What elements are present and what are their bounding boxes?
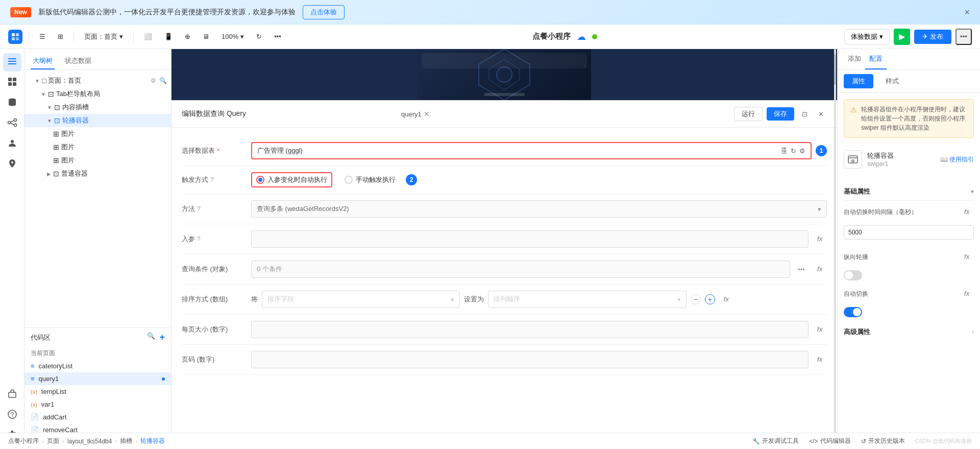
sidebar-outline-button[interactable]: [3, 53, 21, 72]
minimize-query-button[interactable]: ⊡: [798, 108, 811, 120]
params-fx-button[interactable]: fx: [813, 232, 827, 246]
history-button[interactable]: ↺ 开发历史版本: [861, 437, 905, 445]
tab-outline[interactable]: 大纲树: [31, 53, 55, 69]
sidebar-package-button[interactable]: [3, 386, 21, 404]
params-input-field[interactable]: [251, 230, 808, 248]
vertical-toggle[interactable]: [844, 270, 862, 280]
search-tree-icon[interactable]: 🔍: [159, 77, 167, 84]
qr-code-button[interactable]: ⊕: [181, 31, 194, 42]
params-help-icon[interactable]: ?: [197, 235, 201, 243]
tree-item-image1[interactable]: ⊞ 图片: [24, 127, 171, 140]
breadcrumb-swiper[interactable]: 轮播容器: [140, 437, 165, 445]
refresh-button[interactable]: ↻: [252, 31, 266, 42]
pagenum-input[interactable]: [251, 351, 808, 368]
tab-config[interactable]: 配置: [865, 49, 887, 69]
tab-state-data[interactable]: 状态数据: [63, 53, 93, 69]
conditions-fx-button[interactable]: fx: [813, 262, 827, 276]
code-item-tempList[interactable]: (x) tempList: [24, 385, 171, 398]
query-name-close-icon[interactable]: ✕: [424, 110, 430, 118]
conditions-more-button[interactable]: •••: [794, 262, 808, 276]
pagesize-input[interactable]: [251, 321, 808, 338]
prop-value-area-autoswitch: fx: [960, 287, 974, 301]
warning-box: ⚠ 轮播容器组件在小程序侧使用时，建议给组件设置一个高度，否则按照小程序 swi…: [844, 99, 974, 138]
autoswitch-fx-button[interactable]: fx: [960, 287, 974, 301]
panel-toggle-button[interactable]: ⊞: [54, 31, 67, 42]
conditions-field[interactable]: 0 个条件: [251, 261, 790, 278]
tree-item-slot[interactable]: ▼ ⊡ 内容插槽: [24, 101, 171, 114]
trigger-option-manual[interactable]: 手动触发执行: [345, 175, 396, 184]
subtab-props[interactable]: 属性: [844, 74, 873, 88]
method-select-field[interactable]: 查询多条 (wedaGetRecordsV2) ▾: [251, 200, 827, 218]
tree-item-image3[interactable]: ⊞ 图片: [24, 154, 171, 167]
tree-toggle-icon[interactable]: ▼: [47, 118, 52, 124]
code-item-catetoryList[interactable]: ≡ catetoryList: [24, 360, 171, 372]
tree-item-image2[interactable]: ⊞ 图片: [24, 140, 171, 154]
pagesize-fx-button[interactable]: fx: [813, 322, 827, 337]
method-help-icon[interactable]: ?: [197, 205, 201, 212]
tree-toggle-icon[interactable]: ▶: [47, 171, 51, 177]
interval-fx-button[interactable]: fx: [960, 205, 974, 219]
settings-field-icon[interactable]: ⚙: [799, 147, 805, 155]
pagenum-fx-button[interactable]: fx: [813, 352, 827, 367]
advanced-section-header[interactable]: 高级属性 ›: [844, 323, 974, 341]
code-item-var1[interactable]: (x) var1: [24, 398, 171, 411]
sidebar-users-button[interactable]: [3, 135, 21, 153]
code-item-addCart[interactable]: 📄 addCart: [24, 411, 171, 423]
trigger-option-auto[interactable]: 入参变化时自动执行: [256, 175, 327, 184]
subtab-style[interactable]: 样式: [877, 74, 907, 88]
breadcrumb-app[interactable]: 点餐小程序: [8, 437, 39, 445]
tree-item-tab-nav[interactable]: ▼ ⊡ Tab栏导航布局: [24, 87, 171, 101]
tree-toggle-icon[interactable]: ▼: [47, 105, 52, 110]
section-collapse-icon[interactable]: ▾: [971, 188, 974, 195]
mobile-preview-button[interactable]: 📱: [160, 31, 177, 42]
announcement-cta-button[interactable]: 点击体验: [303, 5, 345, 19]
preview-data-button[interactable]: 体验数据 ▾: [844, 29, 890, 44]
trigger-help-icon[interactable]: ?: [210, 176, 214, 183]
tree-item-swiper[interactable]: ▼ ⊡ 轮播容器: [24, 114, 171, 127]
outline-toggle-button[interactable]: ☰: [35, 31, 50, 42]
sort-remove-button[interactable]: −: [691, 294, 701, 304]
add-code-button[interactable]: +: [159, 332, 165, 343]
run-button[interactable]: ▶: [894, 29, 910, 45]
autoswitch-toggle[interactable]: [844, 307, 862, 317]
sidebar-help-button[interactable]: ?: [3, 406, 21, 424]
publish-button[interactable]: ✈ 发布: [914, 30, 951, 44]
toolbar-more-button[interactable]: •••: [955, 29, 972, 45]
debug-tool-button[interactable]: 🔧 开发调试工具: [752, 437, 799, 445]
run-query-button[interactable]: 运行: [734, 107, 763, 121]
announcement-close-button[interactable]: ×: [964, 7, 970, 17]
settings-tree-icon[interactable]: ⚙: [151, 77, 156, 84]
breadcrumb-layout[interactable]: layout_tks54db4: [67, 438, 112, 445]
tree-toggle-icon[interactable]: ▼: [35, 78, 40, 84]
tab-add[interactable]: 添加: [844, 49, 865, 69]
refresh-field-icon[interactable]: ↻: [791, 147, 796, 155]
save-page-button[interactable]: ⬜: [140, 31, 156, 42]
component-docs-link[interactable]: 📖 使用指引: [940, 155, 974, 164]
close-query-button[interactable]: ✕: [815, 108, 827, 120]
sort-order-select[interactable]: 排列顺序 ▾: [488, 291, 686, 308]
code-editor-button[interactable]: </> 代码编辑器: [809, 437, 850, 445]
desktop-preview-button[interactable]: 🖥: [199, 31, 213, 42]
sidebar-components-button[interactable]: [3, 74, 21, 92]
breadcrumb-page[interactable]: 页面: [47, 437, 59, 445]
sidebar-data-button[interactable]: [3, 94, 21, 112]
sort-fx-button[interactable]: fx: [719, 292, 733, 306]
search-code-button[interactable]: 🔍: [147, 332, 155, 343]
tree-item-page[interactable]: ▼ □ 页面：首页 ⚙ 🔍: [24, 74, 171, 87]
interval-input[interactable]: 5000: [844, 225, 974, 240]
zoom-selector[interactable]: 100% ▾: [217, 31, 248, 42]
tree-toggle-icon[interactable]: ▼: [41, 91, 46, 97]
page-selector[interactable]: 页面：首页 ▾: [80, 30, 127, 43]
table-select-field[interactable]: 广告管理 (gggl) 🗄 ↻ ⚙: [251, 142, 812, 159]
sort-add-button[interactable]: +: [705, 294, 715, 304]
tree-item-container[interactable]: ▶ ⊡ 普通容器: [24, 167, 171, 180]
breadcrumb-slot[interactable]: 插槽: [120, 437, 132, 445]
code-item-query1[interactable]: ≡ query1: [24, 372, 171, 385]
save-query-button[interactable]: 保存: [767, 107, 794, 121]
sidebar-flow-button[interactable]: [3, 114, 21, 133]
pagesize-label-text: 每页大小 (数字): [182, 325, 228, 334]
sidebar-location-button[interactable]: [3, 155, 21, 174]
sort-field-select[interactable]: 排序字段 ▾: [262, 291, 460, 308]
more-options-button[interactable]: •••: [270, 31, 285, 42]
vertical-fx-button[interactable]: fx: [960, 250, 974, 264]
